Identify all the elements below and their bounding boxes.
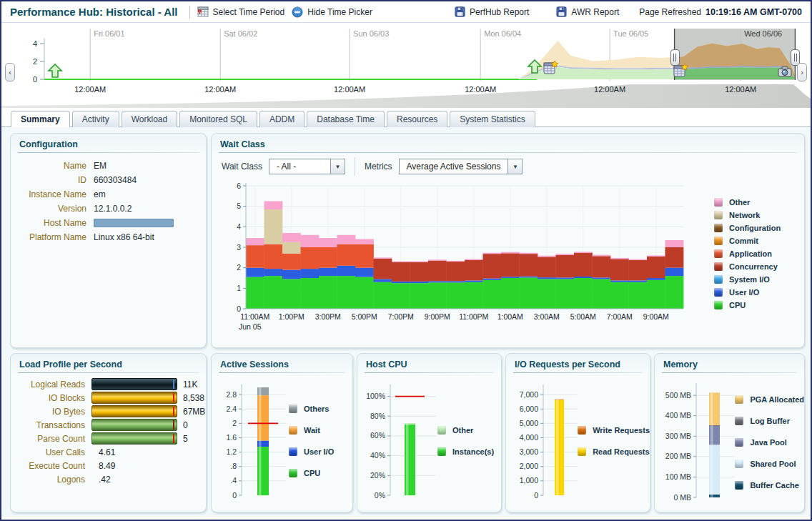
svg-text:2: 2: [237, 263, 241, 272]
svg-text:0: 0: [33, 75, 37, 84]
legend-label: Other: [729, 198, 750, 207]
load-profile-bar: [91, 432, 177, 445]
camera-snapshot-icon[interactable]: [777, 64, 793, 80]
legend-label: Buffer Cache: [750, 481, 798, 490]
time-axis-label: 12:00AM: [718, 85, 763, 94]
tab-database-time[interactable]: Database Time: [307, 111, 385, 127]
memory-legend-item-buffer-cache: Buffer Cache: [735, 481, 804, 490]
wait-legend-item-application: Application: [714, 249, 781, 258]
legend-swatch: [735, 417, 743, 425]
svg-text:80%: 80%: [370, 412, 385, 420]
active-sessions-legend-item-user-i-o: User I/O: [289, 447, 334, 456]
header-divider: [189, 6, 190, 19]
config-row: Host Name: [11, 216, 206, 230]
load-profile-row: Execute Count8.49: [15, 459, 206, 472]
memory-legend-item-log-buffer: Log Buffer: [735, 417, 804, 425]
tab-workload[interactable]: Workload: [122, 111, 177, 127]
tab-addm[interactable]: ADDM: [259, 111, 304, 127]
svg-text:1:00AM: 1:00AM: [497, 312, 523, 321]
active-sessions-legend-item-others: Others: [289, 405, 334, 413]
page-refreshed-time: 10:19:16 AM GMT-0700: [705, 7, 802, 17]
metrics-select-value: Average Active Sessions: [400, 159, 508, 174]
svg-text:3:00PM: 3:00PM: [315, 312, 341, 321]
config-row: Platform NameLinux x86 64-bit: [11, 230, 206, 244]
calendar-grid-icon: [197, 6, 209, 17]
svg-text:400 MB: 400 MB: [665, 411, 691, 420]
header-bar: Performance Hub: Historical - All Select…: [1, 1, 811, 23]
svg-text:5: 5: [237, 202, 241, 210]
tab-resources[interactable]: Resources: [387, 111, 447, 127]
wait-class-legend: OtherNetworkConfigurationCommitApplicati…: [714, 196, 781, 312]
svg-text:2.4: 2.4: [226, 405, 237, 413]
legend-label: Commit: [729, 237, 758, 245]
svg-text:300 MB: 300 MB: [665, 432, 691, 440]
svg-text:5:00AM: 5:00AM: [570, 312, 596, 321]
legend-swatch: [714, 198, 723, 207]
svg-text:40%: 40%: [370, 451, 385, 460]
legend-label: Wait: [304, 426, 320, 435]
legend-label: Java Pool: [750, 438, 786, 447]
floppy-disk-icon: [556, 6, 567, 17]
time-picker-scroll-right-button[interactable]: ›: [797, 63, 807, 81]
legend-label: Write Requests: [593, 426, 650, 435]
wait-class-title: Wait Class: [220, 139, 796, 149]
config-label: Instance Name: [11, 187, 94, 202]
config-value: 660303484: [94, 173, 137, 187]
config-row: Instance Nameem: [11, 187, 206, 202]
bar-marker: [173, 393, 174, 402]
load-profile-value: 8,538: [183, 393, 204, 403]
tab-monitored-sql[interactable]: Monitored SQL: [179, 111, 257, 127]
svg-text:60%: 60%: [370, 431, 385, 440]
bar-marker: [173, 420, 174, 430]
selection-start-handle[interactable]: [670, 49, 680, 66]
legend-label: Application: [729, 249, 772, 258]
time-axis-label: 12:00AM: [67, 85, 113, 94]
memory-legend-item-pga-allocated: PGA Allocated: [735, 395, 804, 404]
metrics-select[interactable]: Average Active Sessions ▼: [399, 159, 523, 174]
time-axis-label: 12:00AM: [327, 85, 372, 94]
config-row: Version12.1.0.0.2: [11, 202, 206, 216]
svg-text:Fri 06/01: Fri 06/01: [94, 29, 124, 38]
legend-label: Others: [304, 405, 329, 413]
event-marker-up-icon[interactable]: [527, 59, 543, 74]
svg-text:1.6: 1.6: [226, 433, 237, 442]
load-profile-bar: [91, 378, 177, 390]
tab-summary[interactable]: Summary: [11, 111, 70, 127]
tab-activity[interactable]: Activity: [72, 111, 119, 127]
select-time-period-button[interactable]: Select Time Period: [197, 6, 285, 17]
bar-marker: [173, 434, 174, 443]
perfhub-report-button[interactable]: PerfHub Report: [455, 6, 529, 17]
legend-swatch: [714, 275, 723, 284]
load-profile-bar: [91, 392, 177, 404]
chevron-down-icon[interactable]: ▼: [508, 159, 522, 174]
chevron-down-icon[interactable]: ▼: [330, 159, 345, 174]
time-picker-scroll-left-button[interactable]: ‹: [5, 63, 15, 81]
time-axis-label: 12:00AM: [197, 85, 243, 94]
svg-text:9:00AM: 9:00AM: [643, 312, 669, 321]
wait-class-chart: 012345611:00AM1:00PM3:00PM5:00PM7:00PM9:…: [222, 179, 697, 333]
legend-swatch: [714, 262, 723, 271]
host-cpu-title: Host CPU: [366, 359, 492, 369]
memory-legend: PGA AllocatedLog BufferJava PoolShared P…: [735, 389, 804, 496]
scheduled-report-icon[interactable]: [543, 60, 558, 76]
event-marker-up-icon[interactable]: [47, 63, 63, 79]
wait-class-select[interactable]: - All - ▼: [269, 159, 345, 174]
active-sessions-legend: OthersWaitUser I/OCPU: [289, 398, 334, 484]
svg-text:3,000: 3,000: [520, 447, 538, 456]
legend-swatch: [289, 447, 297, 456]
config-value: em: [94, 187, 106, 202]
io-requests-chart: 01,0002,0003,0004,0005,0006,0007,000: [506, 377, 578, 505]
hide-time-picker-button[interactable]: Hide Time Picker: [292, 6, 372, 18]
svg-text:4,000: 4,000: [520, 433, 538, 442]
time-picker: Fri 06/01Sat 06/02Sun 06/03Mon 06/04Tue …: [1, 23, 811, 109]
awr-report-button[interactable]: AWR Report: [556, 6, 619, 17]
load-profile-row: Transactions0: [15, 418, 206, 432]
legend-label: Configuration: [729, 224, 781, 232]
legend-swatch: [578, 447, 586, 456]
svg-text:Sat 06/02: Sat 06/02: [224, 29, 257, 38]
load-profile-row: IO Blocks8,538: [15, 391, 206, 405]
legend-label: CPU: [304, 469, 320, 477]
svg-text:6: 6: [237, 182, 241, 190]
svg-text:5:00PM: 5:00PM: [352, 312, 377, 321]
tab-system-statistics[interactable]: System Statistics: [450, 111, 535, 127]
